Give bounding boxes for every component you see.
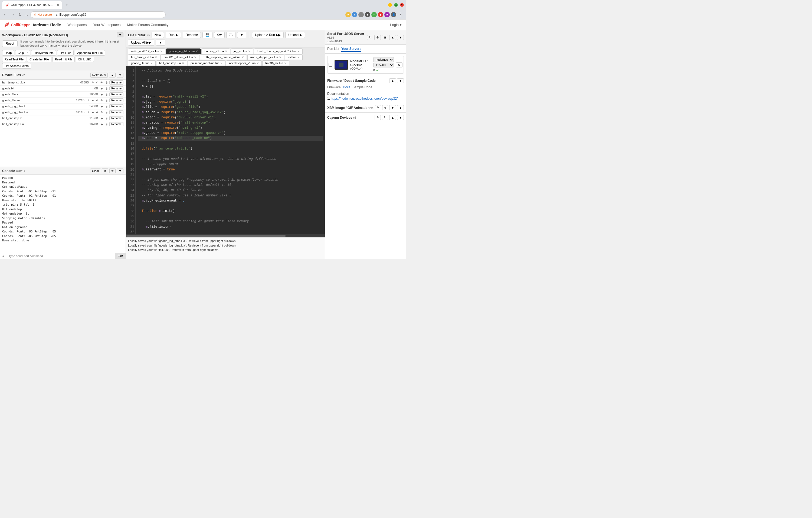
xbm-edit-btn[interactable]: ✎ [375,105,381,110]
shuffle-btn[interactable]: ⇄ [95,99,99,102]
editor-dropdown-btn[interactable]: ▼ [237,32,246,38]
reload-btn[interactable]: ↻ [17,12,23,17]
filesystem-btn[interactable]: Filesystem Info [31,50,56,56]
editor-tab[interactable]: hall_endstop.lua✕ [156,60,187,66]
nav-workspaces[interactable]: Workspaces [67,23,87,27]
delete-btn[interactable]: 🗑 [105,105,109,108]
delete-btn[interactable]: 🗑 [105,122,109,126]
editor-tab[interactable]: jog_v3.lua✕ [231,49,253,54]
edit-icon[interactable]: ✎ [87,99,90,102]
firmware-tab[interactable]: Firmware [327,85,341,90]
upload-all-btn[interactable]: Upload All ▶▶ [128,39,154,46]
firmware-up-btn[interactable]: ▲ [389,78,396,83]
create-init-btn[interactable]: Create Init File [27,57,52,62]
serial-link-btn[interactable]: ⊞ [382,35,388,40]
tab-close[interactable]: ✕ [182,62,184,65]
new-tab-btn[interactable]: + [63,2,70,7]
shuffle-btn[interactable]: ⇄ [95,81,99,84]
play-btn[interactable]: ▶ [100,87,104,90]
read-test-btn[interactable]: Read Test File [2,57,26,62]
workspace-dropdown[interactable]: ▼ [117,32,123,37]
editor-tab[interactable]: accelstepper_v1.lua✕ [226,60,262,66]
list-ap-btn[interactable]: List Access Points [2,63,31,69]
firmware-down-btn[interactable]: ▼ [397,78,404,83]
server-gear-btn[interactable]: ⚙ [396,62,403,67]
fullscreen-btn[interactable]: ⛶ [226,32,235,38]
port-protocol-select[interactable]: nodemcu [373,57,394,62]
tab-close[interactable]: ✕ [279,56,281,59]
docs-link[interactable]: https://nodemcu.readthedocs.io/en/dev-es… [331,97,398,101]
close-btn[interactable]: ✕ [400,3,404,7]
star-icon[interactable]: ★ [345,12,351,17]
cayenn-up-btn[interactable]: ▲ [389,115,396,120]
editor-tab[interactable]: touch_8pads_jog_ws2812.lua✕ [254,49,302,54]
reset-btn[interactable]: Reset [2,40,18,47]
new-file-btn[interactable]: New [151,32,164,38]
edit-icon[interactable]: ✎ [87,111,90,114]
serial-down-btn[interactable]: ▼ [397,35,404,40]
files-down-btn[interactable]: ▼ [117,73,123,78]
play-btn[interactable]: ▶ [100,105,104,108]
editor-tab[interactable]: init.lua✕ [285,54,302,60]
back-btn[interactable]: ← [2,12,8,17]
maximize-btn[interactable]: □ [394,3,398,7]
user-icon[interactable]: 👤 [391,12,396,17]
xbm-up-btn[interactable]: ▲ [397,105,404,110]
ext-icon2[interactable]: i [358,12,364,17]
code-content[interactable]: 1234567891011121314151617181920212223242… [126,66,325,234]
docs-tab[interactable]: Docs [343,85,350,90]
cayenn-refresh-btn[interactable]: ↻ [382,115,388,120]
delete-btn[interactable]: 🗑 [105,81,109,84]
console-filter-btn[interactable]: ⊘ [102,168,108,173]
ext-icon4[interactable]: ○ [371,12,377,17]
play-btn[interactable]: ▶ [100,122,104,126]
tab-close[interactable]: ✕ [297,56,300,59]
editor-tab[interactable]: rmttx_stepper_v2.lua✕ [248,54,285,60]
address-bar[interactable]: ⚠ Not secure | chilipeppr.com/esp32 [30,11,166,18]
tab-close[interactable]: ✕ [194,56,196,59]
tab-close[interactable]: ✕ [257,62,259,65]
server-checkbox[interactable] [328,63,332,66]
play-btn[interactable]: ▶ [100,116,104,120]
tab-close[interactable]: ✕ [160,50,163,53]
home-btn[interactable]: ⌂ [24,12,29,17]
append-btn[interactable]: Append to Test File [75,50,105,56]
console-up-arrow[interactable]: ▲ [0,253,6,259]
login-btn[interactable]: Login ▾ [390,23,402,27]
your-servers-tab[interactable]: Your Servers [341,46,361,52]
serial-up-btn[interactable]: ▲ [389,35,396,40]
ext-icon3[interactable]: ◈ [365,12,370,17]
horizontal-scrollbar[interactable] [126,234,325,237]
tab-close[interactable]: ✕ [150,62,153,65]
go-btn[interactable]: Go! [115,253,125,259]
editor-tab[interactable]: rmttx_stepper_queue_v4.lua✕ [200,54,246,60]
list-files-btn[interactable]: List Files [57,50,74,56]
view-btn[interactable]: 👁 [99,81,104,84]
editor-right-dropdown[interactable]: ▼ [156,39,165,46]
files-up-btn[interactable]: ▲ [109,73,116,78]
read-init-btn[interactable]: Read Init File [53,57,75,62]
baud-rate-select[interactable]: 115200 9600 57600 [373,62,394,67]
rename-file-btn[interactable]: Rename [109,122,123,126]
tab-close-btn[interactable]: ✕ [57,3,59,6]
sample-code-tab[interactable]: Sample Code [352,85,372,90]
forward-btn[interactable]: → [10,12,16,17]
rename-file-btn[interactable]: Rename [109,104,123,108]
minimize-btn[interactable]: — [388,3,392,7]
editor-tab[interactable]: fan_temp_ctrl.lua✕ [128,54,160,60]
serial-gear-btn[interactable]: ⚙ [374,35,381,40]
editor-tab[interactable]: rmttx_ws2812_v2.lua✕ [128,49,165,54]
cayenn-edit-btn[interactable]: ✎ [375,115,381,120]
delete-btn[interactable]: 🗑 [105,111,109,114]
ext-icon5[interactable]: ◆ [378,12,383,17]
play-btn[interactable]: ▶ [100,93,104,96]
blink-btn[interactable]: Blink LED [76,57,94,62]
play-btn[interactable]: ▶ [91,111,95,114]
delete-btn[interactable]: 🗑 [105,116,109,120]
editor-tab[interactable]: tmp36_v2.lua✕ [262,60,289,66]
refresh-btn[interactable]: Refresh ↻ [90,73,108,78]
delete-btn[interactable]: 🗑 [105,99,109,102]
chip-id-btn[interactable]: Chip ID [15,50,30,56]
delete-btn[interactable]: 🗑 [105,93,109,96]
cayenn-down-btn[interactable]: ▼ [397,115,404,120]
